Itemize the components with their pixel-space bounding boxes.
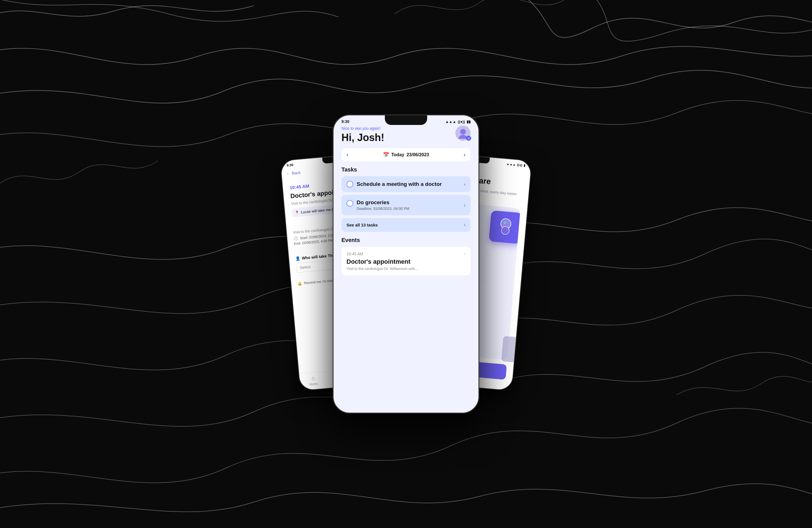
task-1-arrow-icon: ›	[464, 181, 465, 187]
center-content-area: ⚙ Nice to see you again! Hi, Josh! ‹ 📅 T…	[334, 126, 478, 275]
battery-status-icon: ▮▮	[467, 119, 470, 124]
task-1-inner: Schedule a meeting with a doctor	[347, 181, 464, 188]
next-date-button[interactable]: ›	[464, 152, 465, 158]
home-icon: ⌂	[311, 375, 315, 382]
task-card-2[interactable]: Do groceries Deadline: 31/08/2023, 04:00…	[342, 195, 470, 215]
event-card-time: 10:45 AM	[347, 252, 363, 256]
avatar-gear-icon: ⚙	[466, 135, 471, 141]
center-phone-screen: 9:30 ▲▲▲ ((●)) ▮▮	[334, 115, 478, 413]
today-label: Today	[391, 152, 404, 157]
center-phone: 9:30 ▲▲▲ ((●)) ▮▮	[333, 115, 479, 413]
left-status-time: 9:30	[287, 163, 293, 168]
see-all-label: See all 13 tasks	[347, 223, 378, 227]
greeting-large-text: Hi, Josh!	[342, 132, 470, 144]
phones-container: 9:30 ▲▲▲ ((•)) ▮ ← Back Delete event 10:…	[0, 0, 812, 528]
event-card-desc: Visit to the cardiologist Dr. Williamson…	[347, 267, 465, 271]
right-battery-icon: ▮	[524, 163, 525, 167]
greeting-area: Nice to see you again! Hi, Josh!	[342, 126, 470, 144]
person-icon: 👤	[295, 256, 300, 261]
task-card-1[interactable]: Schedule a meeting with a doctor ›	[342, 176, 470, 192]
see-all-arrow-icon: ›	[464, 222, 465, 228]
event-card-arrow-icon: ›	[464, 251, 465, 256]
back-label: Back	[291, 170, 301, 175]
signal-bars-icon: ▲▲▲	[445, 119, 456, 124]
care-icon	[493, 215, 518, 240]
avatar-circle: ⚙	[455, 126, 470, 141]
center-status-icons: ▲▲▲ ((●)) ▮▮	[445, 119, 470, 124]
svg-point-0	[460, 129, 466, 134]
clock-icon: 🕐	[293, 237, 298, 241]
back-arrow-icon: ←	[286, 171, 290, 176]
event-card-header: 10:45 AM ›	[347, 251, 465, 256]
wifi-status-icon: ((●))	[458, 119, 465, 124]
location-icon: 📍	[295, 210, 300, 215]
task-2-title: Do groceries	[357, 199, 409, 205]
right-signal-icon: ▲▲▲	[506, 162, 516, 167]
tab-home[interactable]: ⌂ Home	[309, 374, 318, 386]
event-card: 10:45 AM › Doctor's appointment Visit to…	[342, 247, 470, 275]
tasks-section-title: Tasks	[342, 167, 470, 173]
task-2-checkbox[interactable]	[347, 200, 353, 207]
prev-date-button[interactable]: ‹	[347, 152, 348, 158]
avatar-container[interactable]: ⚙	[455, 126, 470, 141]
task-2-arrow-icon: ›	[464, 202, 465, 208]
back-button[interactable]: ← Back	[286, 170, 301, 176]
center-phone-notch	[385, 115, 427, 125]
event-time-text: 10:45 AM	[290, 184, 309, 190]
task-1-checkbox[interactable]	[347, 181, 353, 188]
overlay-purple-card	[489, 210, 521, 244]
see-all-tasks-button[interactable]: See all 13 tasks ›	[342, 218, 470, 232]
task-1-title: Schedule a meeting with a doctor	[357, 181, 442, 187]
right-status-icons: ▲▲▲ ((•)) ▮	[506, 162, 525, 167]
date-display: 📅 Today 23/06/2023	[383, 152, 429, 158]
right-overlay-card	[501, 336, 523, 363]
select-placeholder: Select	[300, 265, 311, 270]
events-section-title: Events	[342, 237, 470, 243]
tab-home-label: Home	[309, 382, 318, 386]
task-2-text-group: Do groceries Deadline: 31/08/2023, 04:00…	[357, 199, 409, 211]
right-wifi-icon: ((•))	[517, 163, 522, 167]
event-card-title: Doctor's appointment	[347, 258, 465, 266]
task-2-inner: Do groceries Deadline: 31/08/2023, 04:00…	[347, 199, 464, 211]
date-value: 23/06/2023	[407, 152, 429, 157]
bell-icon: 🔔	[298, 282, 302, 286]
greeting-small-text: Nice to see you again!	[342, 126, 470, 131]
task-2-subtitle: Deadline: 31/08/2023, 04:00 PM	[357, 206, 409, 211]
date-navigator: ‹ 📅 Today 23/06/2023 ›	[342, 148, 470, 161]
center-status-time: 9:30	[342, 119, 349, 124]
calendar-date-icon: 📅	[383, 152, 389, 158]
